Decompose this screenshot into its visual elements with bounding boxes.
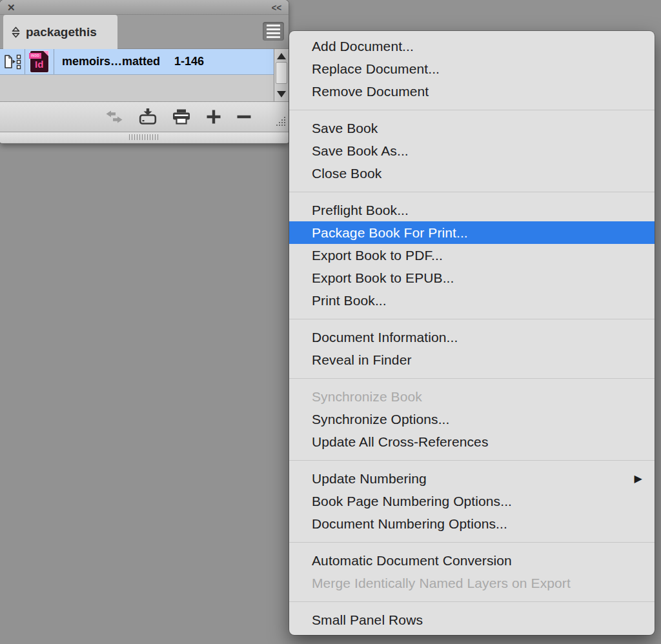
menu-separator: [289, 192, 655, 192]
menu-item-label: Preflight Book...: [312, 203, 409, 218]
panel-toolbar: [0, 101, 289, 132]
menu-item-merge-identically-named-layers-on-export: Merge Identically Named Layers on Export: [289, 572, 655, 594]
menu-item-label: Small Panel Rows: [312, 612, 423, 628]
remove-documents-button[interactable]: [236, 109, 252, 125]
menu-item-label: Synchronize Options...: [312, 412, 449, 427]
menu-separator: [289, 460, 655, 461]
menu-item-close-book[interactable]: Close Book: [289, 162, 655, 185]
hamburger-icon: [267, 25, 280, 26]
menu-separator: [289, 319, 655, 319]
scroll-up-button[interactable]: [274, 50, 289, 62]
menu-separator: [289, 110, 655, 110]
synchronize-icon: [105, 110, 124, 124]
document-row[interactable]: INDD Id memoirs…matted 1-146: [0, 49, 274, 75]
menu-item-label: Synchronize Book: [312, 389, 422, 405]
print-book-button[interactable]: [172, 109, 191, 125]
menu-item-remove-document[interactable]: Remove Document: [289, 80, 655, 103]
indd-logo-text: Id: [35, 59, 43, 69]
menu-item-save-book-as[interactable]: Save Book As...: [289, 139, 655, 162]
tab-packagethis[interactable]: packagethis: [3, 15, 117, 49]
menu-item-label: Replace Document...: [312, 61, 440, 77]
close-icon[interactable]: ✕: [7, 3, 15, 12]
indd-badge: INDD: [29, 53, 41, 59]
panel-tab-strip: packagethis: [0, 15, 289, 49]
add-documents-icon: [206, 109, 221, 125]
menu-item-synchronize-book: Synchronize Book: [289, 385, 655, 408]
menu-item-print-book[interactable]: Print Book...: [289, 289, 655, 312]
menu-item-synchronize-options[interactable]: Synchronize Options...: [289, 408, 655, 430]
save-book-button[interactable]: [139, 108, 157, 125]
document-icon-cell: INDD Id: [25, 49, 54, 74]
add-documents-button[interactable]: [206, 109, 221, 125]
menu-item-label: Update All Cross-References: [312, 434, 489, 450]
panel-flyout-menu: Add Document...Replace Document...Remove…: [289, 31, 655, 635]
menu-separator: [289, 378, 655, 379]
scroll-up-arrow-icon: [277, 53, 286, 59]
menu-item-small-panel-rows[interactable]: Small Panel Rows: [289, 609, 655, 631]
double-triangle-icon: [12, 26, 20, 38]
document-name: memoirs…matted: [62, 55, 160, 68]
menu-item-label: Package Book For Print...: [312, 225, 468, 241]
menu-item-label: Add Document...: [312, 39, 414, 54]
ribbed-drag-handle[interactable]: [129, 134, 160, 140]
menu-item-reveal-in-finder[interactable]: Reveal in Finder: [289, 348, 655, 371]
menu-item-label: Update Numbering: [312, 471, 427, 487]
menu-item-export-book-to-epub[interactable]: Export Book to EPUB...: [289, 267, 655, 289]
indesign-file-icon: INDD Id: [30, 51, 48, 72]
menu-item-update-numbering[interactable]: Update Numbering▶: [289, 467, 655, 490]
menu-item-preflight-book[interactable]: Preflight Book...: [289, 199, 655, 221]
menu-item-package-book-for-print[interactable]: Package Book For Print...: [289, 221, 655, 244]
panel-menu-button[interactable]: [263, 22, 284, 41]
menu-item-label: Document Numbering Options...: [312, 516, 507, 532]
menu-separator: [289, 542, 655, 543]
menu-item-add-document[interactable]: Add Document...: [289, 35, 655, 57]
print-book-icon: [172, 109, 191, 125]
panel-bottom-strip: [0, 132, 289, 143]
save-book-icon: [139, 108, 157, 125]
menu-item-document-information[interactable]: Document Information...: [289, 326, 655, 348]
menu-item-label: Reveal in Finder: [312, 352, 412, 368]
menu-item-automatic-document-conversion[interactable]: Automatic Document Conversion: [289, 549, 655, 572]
menu-item-label: Export Book to EPUB...: [312, 270, 454, 286]
menu-item-label: Automatic Document Conversion: [312, 553, 512, 569]
menu-item-replace-document[interactable]: Replace Document...: [289, 57, 655, 80]
panel-title-bar[interactable]: ✕ <<: [0, 0, 289, 15]
menu-item-book-page-numbering-options[interactable]: Book Page Numbering Options...: [289, 490, 655, 512]
resize-grip[interactable]: [276, 116, 287, 130]
scroll-down-button[interactable]: [274, 88, 289, 100]
menu-item-label: Print Book...: [312, 293, 387, 308]
scrollbar-thumb[interactable]: [276, 62, 287, 84]
resize-grip-icon: [276, 116, 287, 127]
menu-item-save-book[interactable]: Save Book: [289, 117, 655, 139]
document-page-range: 1-146: [174, 55, 204, 68]
menu-item-label: Remove Document: [312, 84, 429, 99]
menu-item-label: Document Information...: [312, 330, 458, 345]
collapse-panel-icon[interactable]: <<: [272, 3, 281, 12]
scroll-down-arrow-icon: [277, 91, 286, 97]
menu-item-label: Export Book to PDF...: [312, 248, 443, 263]
menu-item-label: Book Page Numbering Options...: [312, 494, 512, 509]
desktop: { "colors": { "desktop_gray": "#929292",…: [0, 0, 661, 644]
menu-item-export-book-to-pdf[interactable]: Export Book to PDF...: [289, 244, 655, 267]
book-panel: ✕ << packagethis: [0, 0, 289, 143]
menu-item-label: Save Book As...: [312, 143, 409, 159]
menu-item-update-all-cross-references[interactable]: Update All Cross-References: [289, 430, 655, 453]
document-list: INDD Id memoirs…matted 1-146: [0, 49, 289, 101]
submenu-arrow-icon: ▶: [635, 472, 642, 485]
synchronize-button: [105, 110, 124, 124]
document-status-cell[interactable]: [0, 49, 25, 74]
menu-separator: [289, 601, 655, 602]
scrollbar[interactable]: [274, 49, 289, 101]
tab-label: packagethis: [26, 25, 97, 39]
menu-item-label: Close Book: [312, 166, 381, 181]
folded-corner-icon: [43, 51, 48, 56]
menu-item-document-numbering-options[interactable]: Document Numbering Options...: [289, 512, 655, 535]
menu-item-label: Save Book: [312, 121, 378, 136]
document-status-icon: [3, 54, 22, 70]
menu-item-label: Merge Identically Named Layers on Export: [312, 576, 571, 591]
remove-documents-icon: [236, 109, 252, 125]
